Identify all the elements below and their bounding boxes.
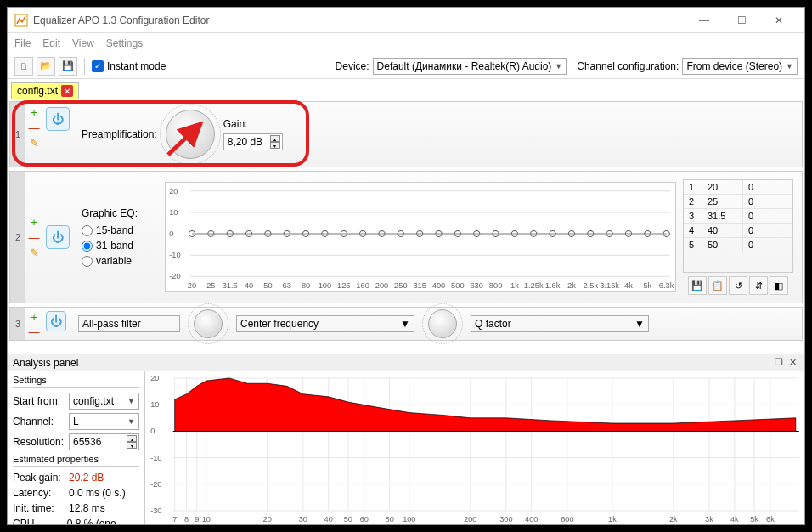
analysis-title-label: Analysis panel <box>13 357 78 369</box>
svg-text:60: 60 <box>360 515 369 524</box>
table-row[interactable]: 331.50 <box>684 209 792 224</box>
table-norm-icon[interactable]: ◧ <box>770 276 788 295</box>
svg-text:800: 800 <box>489 281 503 290</box>
resolution-spinner[interactable]: 65536▴▾ <box>69 433 139 450</box>
table-reset-icon[interactable]: ↺ <box>729 276 747 295</box>
add-button[interactable]: + <box>27 105 41 119</box>
table-row[interactable]: 1200 <box>684 180 792 195</box>
remove-button[interactable]: — <box>27 230 41 244</box>
row-controls: + — ✎ <box>25 172 42 303</box>
add-button[interactable]: + <box>27 215 41 229</box>
svg-text:100: 100 <box>403 515 415 524</box>
svg-text:630: 630 <box>470 281 483 290</box>
radio-31band[interactable]: 31-band <box>82 240 158 252</box>
check-icon: ✓ <box>92 60 104 72</box>
cf-knob[interactable] <box>194 309 223 338</box>
undock-icon[interactable]: ❐ <box>772 356 786 370</box>
menu-edit[interactable]: Edit <box>42 37 60 49</box>
row-number: 3 <box>10 308 25 340</box>
minimize-button[interactable]: — <box>685 8 723 32</box>
table-row[interactable]: 5500 <box>684 238 792 252</box>
tab-close-icon[interactable]: ✕ <box>61 85 73 97</box>
svg-text:5k: 5k <box>750 515 758 524</box>
remove-button[interactable]: — <box>27 121 41 134</box>
menu-file[interactable]: File <box>14 37 31 49</box>
peak-value: 20.2 dB <box>69 472 104 484</box>
cf-dropdown[interactable]: Center frequency▼ <box>236 315 414 332</box>
svg-text:125: 125 <box>337 281 351 290</box>
svg-text:63: 63 <box>283 281 291 290</box>
svg-text:40: 40 <box>245 281 253 290</box>
table-save-icon[interactable]: 💾 <box>688 276 707 295</box>
filter-row-graphiceq: 2 + — ✎ ⏻ Graphic EQ: 15-band 31-band va… <box>9 171 803 303</box>
add-button[interactable]: + <box>27 311 41 324</box>
latency-value: 0.0 ms (0 s.) <box>69 487 126 499</box>
svg-text:50: 50 <box>344 515 352 524</box>
channel-dropdown[interactable]: L▼ <box>69 413 139 430</box>
chancfg-value: From device (Stereo) <box>686 60 782 72</box>
table-row[interactable]: 2250 <box>684 195 792 209</box>
svg-text:-20: -20 <box>150 480 161 489</box>
edit-button[interactable]: ✎ <box>27 136 41 150</box>
svg-text:2.5k: 2.5k <box>583 281 598 290</box>
device-value: Default (Динамики - Realtek(R) Audio) <box>377 60 552 72</box>
close-button[interactable]: ✕ <box>760 8 798 32</box>
maximize-button[interactable]: ☐ <box>723 8 760 32</box>
q-dropdown[interactable]: Q factor▼ <box>471 315 649 332</box>
svg-text:-10: -10 <box>169 251 180 259</box>
spin-up-icon[interactable]: ▴ <box>127 435 137 442</box>
table-row[interactable]: 4400 <box>684 224 792 238</box>
close-panel-icon[interactable]: ✕ <box>786 356 799 370</box>
svg-text:400: 400 <box>525 515 538 524</box>
gain-knob[interactable] <box>166 110 215 159</box>
chancfg-dropdown[interactable]: From device (Stereo) ▼ <box>682 58 798 75</box>
row-controls: + — ✎ <box>25 102 42 167</box>
svg-text:-10: -10 <box>150 454 161 462</box>
response-chart[interactable]: 20100-10-20-3078910203040506080100200300… <box>145 371 804 524</box>
menu-bar: File Edit View Settings <box>8 33 804 54</box>
filter-row-preamp: 1 + — ✎ ⏻ Preamplification: Gain: 8,20 d… <box>9 101 803 167</box>
device-dropdown[interactable]: Default (Динамики - Realtek(R) Audio) ▼ <box>373 58 567 75</box>
svg-text:250: 250 <box>394 281 408 290</box>
svg-text:600: 600 <box>561 515 573 524</box>
spin-down-icon[interactable]: ▾ <box>270 142 280 149</box>
power-button[interactable]: ⏻ <box>46 311 66 331</box>
eq-graph[interactable]: 20100-10-20202531.5405063801001251602002… <box>165 182 676 292</box>
gain-spinner[interactable]: 8,20 dB ▴▾ <box>223 133 283 150</box>
cpu-value: 0.8 % (one core) <box>67 518 139 525</box>
table-copy-icon[interactable]: 📋 <box>708 276 727 295</box>
spin-up-icon[interactable]: ▴ <box>270 135 280 142</box>
start-dropdown[interactable]: config.txt▼ <box>69 393 139 410</box>
app-icon <box>14 14 28 27</box>
svg-text:2k: 2k <box>669 515 678 524</box>
peak-label: Peak gain: <box>13 472 65 484</box>
new-file-button[interactable]: 🗋 <box>14 57 33 76</box>
remove-button[interactable]: — <box>27 325 41 338</box>
svg-text:6k: 6k <box>766 515 775 524</box>
save-button[interactable]: 💾 <box>59 57 77 76</box>
filter-type-dropdown[interactable]: All-pass filter <box>78 315 180 332</box>
radio-15band[interactable]: 15-band <box>82 224 158 236</box>
device-label: Device: <box>336 60 369 72</box>
svg-text:1.6k: 1.6k <box>545 281 561 290</box>
freq-table[interactable]: 12002250331.5044005500 <box>683 179 793 273</box>
power-button[interactable]: ⏻ <box>46 107 70 131</box>
q-knob[interactable] <box>428 309 457 338</box>
instant-mode-toggle[interactable]: ✓ Instant mode <box>92 60 166 72</box>
gain-label: Gain: <box>223 118 283 130</box>
svg-text:40: 40 <box>324 515 333 524</box>
analysis-titlebar: Analysis panel ❐ ✕ <box>8 354 804 371</box>
menu-settings[interactable]: Settings <box>106 37 143 49</box>
file-tab[interactable]: config.txt ✕ <box>11 82 79 99</box>
svg-text:160: 160 <box>356 281 369 290</box>
power-button[interactable]: ⏻ <box>46 225 70 249</box>
table-invert-icon[interactable]: ⇵ <box>749 276 768 295</box>
menu-view[interactable]: View <box>72 37 94 49</box>
svg-text:1.25k: 1.25k <box>524 281 544 290</box>
svg-text:4k: 4k <box>730 515 739 524</box>
open-file-button[interactable]: 📂 <box>37 57 55 76</box>
radio-variable[interactable]: variable <box>82 255 158 267</box>
edit-button[interactable]: ✎ <box>27 246 41 259</box>
svg-text:-20: -20 <box>169 272 180 280</box>
spin-down-icon[interactable]: ▾ <box>127 442 137 449</box>
